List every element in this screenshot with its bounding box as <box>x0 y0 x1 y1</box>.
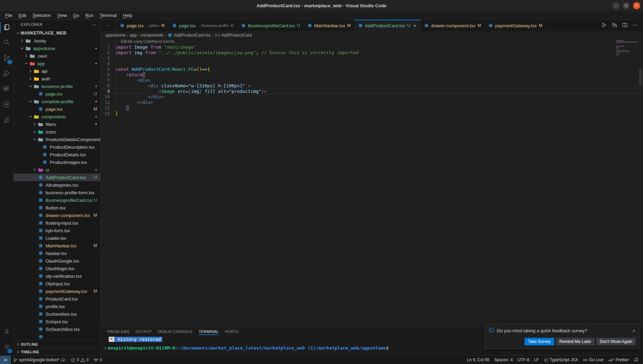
tree-item-otp-verification.tsx[interactable]: otp-verification.tsx <box>14 272 100 280</box>
activity-extensions[interactable] <box>0 82 13 97</box>
section-timeline[interactable]: TIMELINE <box>14 348 100 355</box>
status-ports[interactable]: 0 <box>91 356 105 364</box>
tab-addproductcard.tsx[interactable]: AddProductCard.tsx U × <box>355 20 421 31</box>
tree-item-kyb-form.tsx[interactable]: kyb-form.tsx <box>14 227 100 234</box>
code-line-10[interactable]: 10</div> <box>100 94 643 99</box>
status-language-mode[interactable]: {}TypeScript JSX <box>541 356 580 364</box>
status-encoding[interactable]: UTF-8 <box>515 356 532 364</box>
tree-item-scsearchbox.tsx[interactable]: ScSearchBox.tsx <box>14 325 100 333</box>
tree-item-drawer-component.tsx[interactable]: drawer-component.tsxM <box>14 211 100 219</box>
tree-item-floating-input.tsx[interactable]: floating-input.tsx <box>14 219 100 227</box>
menu-help[interactable]: Help <box>120 12 135 19</box>
status-notifications[interactable] <box>631 356 641 364</box>
code-line-11[interactable]: 11</div> <box>100 99 643 105</box>
panel-tab-terminal[interactable]: TERMINAL <box>196 328 221 335</box>
tree-item-complete-profile[interactable]: complete-profile● <box>14 98 100 105</box>
tree-item-scinput.tsx[interactable]: ScInput.tsx <box>14 318 100 325</box>
panel-tab-debug-console[interactable]: DEBUG CONSOLE <box>155 328 195 335</box>
more-actions-button[interactable] <box>631 21 640 30</box>
tree-item-productdescription.tsx[interactable]: ProductDescription.tsx <box>14 143 100 151</box>
don-t-show-again-button[interactable]: Don't Show Again <box>596 338 636 345</box>
tree-item-productimages.tsx[interactable]: ProductImages.tsx <box>14 158 100 166</box>
tree-item-loader.tsx[interactable]: Loader.tsx <box>14 234 100 242</box>
breadcrumb-item[interactable]: components <box>141 33 163 38</box>
tab-page.tsx[interactable]: page.tsx .../plans M <box>116 20 169 31</box>
status-indentation[interactable]: Spaces: 4 <box>492 356 515 364</box>
breadcrumb-item[interactable]: appvolume <box>105 33 126 38</box>
menu-file[interactable]: File <box>2 12 16 19</box>
menu-edit[interactable]: Edit <box>16 12 29 19</box>
tree-item-.husky[interactable]: .husky <box>14 37 100 45</box>
remote-indicator[interactable]: >< <box>0 356 11 364</box>
status-git-branch[interactable]: sprint4/google-button* <box>11 356 68 364</box>
tree-item-oauthlogin.tsx[interactable]: Oauthlogin.tsx <box>14 265 100 272</box>
status-cursor-position[interactable]: Ln 9, Col 55 <box>465 356 492 364</box>
tree-item-profile.tsx[interactable]: profile.tsx <box>14 303 100 310</box>
tree-item-navbar.tsx[interactable]: Navbar.tsx <box>14 249 100 257</box>
close-button[interactable]: × <box>633 2 640 9</box>
tree-item-.next[interactable]: .next <box>14 52 100 60</box>
editor-scrollbar-thumb[interactable] <box>639 69 642 86</box>
activity-settings[interactable]: 1 <box>0 340 13 355</box>
tree-item-business-profile[interactable]: business-profile● <box>14 82 100 90</box>
tree-item-otpinput.tsx[interactable]: OtpInput.tsx <box>14 280 100 287</box>
menu-view[interactable]: View <box>54 12 70 19</box>
code-line-5[interactable]: 5const AddProductCard:React.FC=()=>{ <box>100 66 643 72</box>
code-line-13[interactable]: 13} <box>100 110 643 116</box>
menu-go[interactable]: Go <box>70 12 82 19</box>
tree-item-filters[interactable]: filters● <box>14 120 100 128</box>
minimize-button[interactable]: – <box>612 2 620 9</box>
tree-item[interactable] <box>14 333 100 340</box>
tree-item-components[interactable]: components● <box>14 113 100 120</box>
tree-item-auth[interactable]: auth <box>14 75 100 82</box>
code-line-2[interactable]: 2import img from "../../public/assets/im… <box>100 50 643 55</box>
code-line-7[interactable]: 7<div> <box>100 77 643 83</box>
code-line-6[interactable]: 6return( <box>100 72 643 77</box>
code-line-12[interactable]: 12) <box>100 105 643 110</box>
tree-item-ui[interactable]: ui● <box>14 166 100 174</box>
activity-source-control[interactable]: 14 <box>0 51 13 66</box>
tab-overflow-indicator[interactable]: ⋯ <box>100 20 116 31</box>
tree-item-business-profile-form.tsx[interactable]: business-profile-form.tsx <box>14 189 100 196</box>
tree-item-button.tsx[interactable]: Button.tsx <box>14 204 100 211</box>
code-line-9[interactable]: 9<Image src={img} fill alt="productimg"/… <box>100 88 643 94</box>
section-outline[interactable]: OUTLINE <box>14 340 100 348</box>
code-editor[interactable]: Edit file using CodeParrot (ctrl+h) 1imp… <box>100 39 643 326</box>
tree-item-marketplace-web[interactable]: MARKETPLACE_WEB <box>14 29 100 37</box>
panel-tab-ports[interactable]: PORTS <box>222 328 241 335</box>
tree-item-allcategories.tsx[interactable]: Allcategories.tsx <box>14 181 100 189</box>
tree-item-page.tsx[interactable]: page.tsxU <box>14 90 100 98</box>
activity-thunder-client[interactable] <box>0 97 13 113</box>
code-line-4[interactable]: 4 <box>100 61 643 66</box>
tree-item-sccheckbox.tsx[interactable]: Sccheckbox.tsx <box>14 310 100 318</box>
maximize-button[interactable] <box>623 2 630 9</box>
breadcrumb-item[interactable]: AddProductCard <box>215 33 252 38</box>
activity-run-debug[interactable] <box>0 66 13 82</box>
explorer-more-actions-icon[interactable]: ⋯ <box>92 22 97 27</box>
tab-drawer-component.tsx[interactable]: drawer-component.tsx M <box>421 20 485 31</box>
activity-search[interactable] <box>0 35 13 51</box>
run-code-button[interactable] <box>599 21 608 30</box>
code-line-1[interactable]: 1import Image from "next/image" <box>100 44 643 50</box>
tree-item-productdetails.tsx[interactable]: ProductDetails.tsx <box>14 151 100 158</box>
close-icon[interactable]: × <box>413 23 417 28</box>
tree-item-addproductcard.tsx[interactable]: AddProductCard.tsxU <box>14 174 100 181</box>
status-eol[interactable]: LF <box>532 356 541 364</box>
tree-item-productcard.tsx[interactable]: ProductCard.tsx <box>14 295 100 303</box>
status-go-live[interactable]: Go Live <box>580 356 606 364</box>
panel-tab-output[interactable]: OUTPUT <box>133 328 155 335</box>
breadcrumb-item[interactable]: AddProductCard.tsx <box>167 33 211 38</box>
menu-run[interactable]: Run <box>82 12 97 19</box>
tree-item-productsdetailscomponents[interactable]: ProductsDetailsComponents <box>14 136 100 143</box>
minimap[interactable] <box>616 40 637 58</box>
code-line-8[interactable]: 8<div className="w-[310px] h-[190px]" > <box>100 83 643 88</box>
tab-businessprofilecard.tsx[interactable]: BusinessprofileCard.tsx U <box>238 20 304 31</box>
split-editor-button[interactable] <box>620 21 629 30</box>
menu-selection[interactable]: Selection <box>29 12 54 19</box>
take-survey-button[interactable]: Take Survey <box>525 338 554 345</box>
tree-item-oauthgoogle.tsx[interactable]: OauthGoogle.tsx <box>14 257 100 265</box>
panel-tab-problems[interactable]: PROBLEMS <box>105 328 132 335</box>
activity-accounts[interactable] <box>0 324 13 340</box>
menu-terminal[interactable]: Terminal <box>97 12 120 19</box>
tree-item-businessprofilecard.tsx[interactable]: BusinessprofileCard.tsxU <box>14 196 100 204</box>
